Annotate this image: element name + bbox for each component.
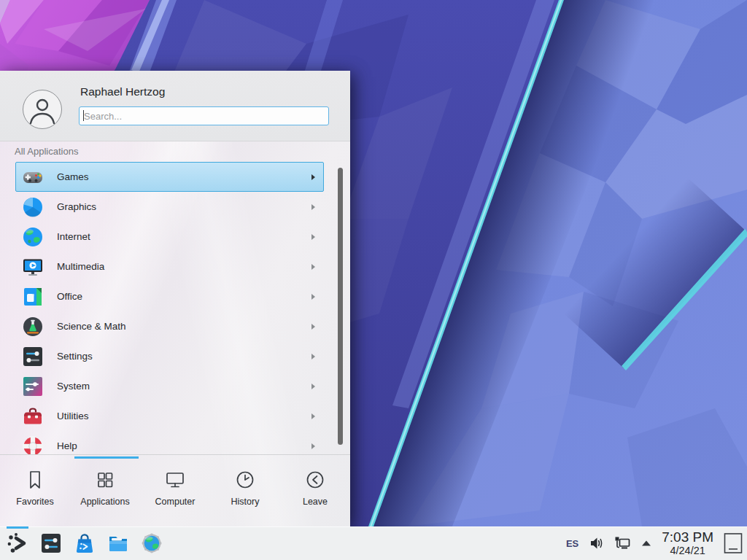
category-label: Utilities (57, 411, 89, 421)
category-row-office[interactable]: Office (0, 281, 350, 311)
favorites-bookmark-icon (23, 468, 47, 491)
tab-favorites[interactable]: Favorites (0, 455, 70, 527)
keyboard-layout-indicator[interactable]: ES (566, 538, 578, 549)
category-row-settings[interactable]: Settings (0, 341, 350, 371)
section-label: All Applications (15, 146, 78, 157)
settings-category-icon (21, 345, 44, 368)
application-launcher-button[interactable] (6, 526, 29, 560)
category-row-games[interactable]: Games (0, 162, 350, 192)
category-label: Games (57, 171, 89, 182)
help-category-icon (21, 435, 44, 455)
utilities-category-icon (21, 405, 44, 428)
dolphin-file-manager-icon (107, 532, 130, 555)
discover-software-center-icon (73, 532, 96, 555)
system-category-icon (21, 375, 44, 398)
category-row-system[interactable]: System (0, 371, 350, 401)
submenu-arrow-icon (311, 324, 315, 330)
tab-computer[interactable]: Computer (140, 455, 210, 527)
category-row-graphics[interactable]: Graphics (0, 192, 350, 222)
games-category-icon (21, 166, 44, 189)
search-input[interactable] (79, 106, 329, 125)
category-row-internet[interactable]: Internet (0, 222, 350, 252)
show-desktop-button[interactable] (724, 532, 743, 554)
internet-category-icon (21, 225, 44, 249)
wired-network-icon[interactable] (614, 535, 631, 551)
category-row-help[interactable]: Help (0, 431, 350, 454)
submenu-arrow-icon (311, 234, 315, 240)
submenu-arrow-icon (311, 413, 315, 419)
computer-monitor-icon (163, 468, 187, 491)
applications-grid-icon (93, 468, 117, 491)
leave-back-icon (303, 468, 327, 491)
clock-date: 4/24/21 (670, 545, 705, 556)
category-row-multimedia[interactable]: Multimedia (0, 252, 350, 281)
application-launcher-icon (6, 532, 29, 555)
taskbar-pinned-apps (0, 526, 174, 560)
category-label: Internet (57, 231, 90, 242)
submenu-arrow-icon (311, 443, 315, 449)
category-row-utilities[interactable]: Utilities (0, 401, 350, 431)
tab-leave[interactable]: Leave (280, 455, 350, 527)
multimedia-category-icon (21, 255, 44, 279)
category-label: System (57, 381, 90, 392)
office-category-icon (21, 285, 44, 308)
category-label: Office (57, 291, 82, 302)
tab-label: History (231, 497, 260, 507)
graphics-category-icon (21, 195, 44, 219)
category-label: Science & Math (57, 321, 126, 332)
taskbar: ES (0, 526, 747, 560)
discover-software-center-button[interactable] (73, 526, 96, 560)
web-browser-icon (140, 532, 163, 555)
category-label: Help (57, 440, 77, 451)
desktop: Raphael Hertzog All Applications (0, 0, 747, 560)
clock-time: 7:03 PM (662, 530, 713, 544)
list-scrollbar[interactable] (338, 168, 343, 445)
active-app-indicator (7, 526, 28, 529)
system-settings-button[interactable] (39, 526, 63, 560)
web-browser-button[interactable] (140, 526, 163, 560)
user-display-name: Raphael Hertzog (80, 85, 165, 98)
tab-label: Computer (155, 497, 196, 507)
tab-label: Applications (80, 497, 129, 507)
expand-tray-arrow-icon[interactable] (640, 540, 652, 547)
system-tray: ES (566, 526, 747, 560)
tab-applications[interactable]: Applications (70, 455, 140, 527)
category-label: Multimedia (57, 261, 104, 272)
category-list: Games Graphics (0, 162, 350, 454)
show-desktop-icon (724, 532, 743, 554)
tab-label: Favorites (16, 497, 53, 507)
science-math-category-icon (21, 315, 44, 338)
launcher-header: Raphael Hertzog (0, 71, 350, 141)
category-label: Settings (57, 351, 93, 362)
submenu-arrow-icon (311, 264, 315, 270)
submenu-arrow-icon (311, 174, 315, 180)
submenu-arrow-icon (311, 384, 315, 389)
system-settings-icon (39, 532, 63, 555)
history-clock-icon (233, 468, 257, 491)
digital-clock[interactable]: 7:03 PM 4/24/21 (662, 530, 713, 556)
user-avatar-icon (23, 90, 62, 129)
active-tab-indicator (74, 456, 139, 459)
category-label: Graphics (57, 201, 96, 212)
dolphin-file-manager-button[interactable] (107, 526, 130, 560)
text-caret (83, 110, 84, 121)
tab-label: Leave (303, 497, 328, 507)
submenu-arrow-icon (311, 204, 315, 210)
submenu-arrow-icon (311, 354, 315, 359)
launcher-tab-bar: Favorites Applications (0, 454, 350, 527)
volume-icon[interactable] (589, 536, 604, 551)
tab-history[interactable]: History (210, 455, 280, 527)
category-row-science-math[interactable]: Science & Math (0, 311, 350, 341)
submenu-arrow-icon (311, 294, 315, 300)
application-launcher-menu: Raphael Hertzog All Applications (0, 71, 350, 526)
